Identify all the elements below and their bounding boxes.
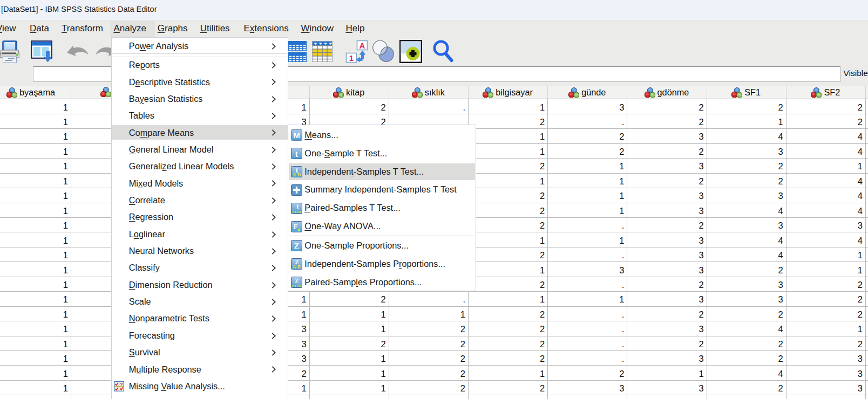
svg-text:?: ? [120,382,123,387]
svg-text:t: t [295,149,299,158]
svg-text:A1-A2: A1-A2 [292,210,301,214]
svg-text:Z: Z [295,277,299,284]
svg-text:Z: Z [294,242,300,250]
svg-text:A: A [360,41,365,50]
svg-text:A: A [297,227,301,232]
svg-text:t: t [297,203,299,210]
svg-text:A-B: A-B [293,172,301,177]
svg-text:A1-A2: A1-A2 [292,284,301,287]
svg-text:M: M [293,130,300,140]
svg-text:A-B: A-B [293,264,301,270]
svg-text:1: 1 [349,53,354,63]
